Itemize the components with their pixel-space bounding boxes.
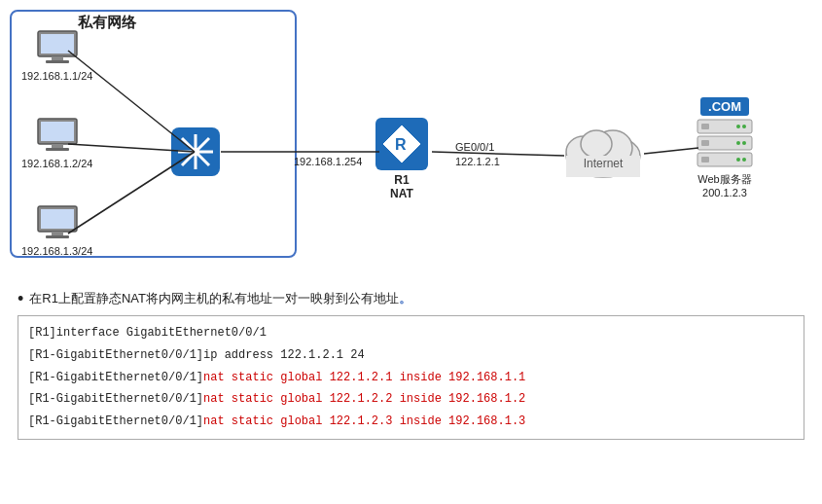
svg-point-34 <box>742 141 746 145</box>
svg-rect-7 <box>46 148 69 151</box>
router-interface-label: GE0/0/1 <box>455 141 494 153</box>
code-line-2: [R1-GigabitEthernet0/0/1]ip address 122.… <box>28 344 794 367</box>
switch-icon <box>170 126 221 177</box>
svg-rect-2 <box>52 56 63 60</box>
server-svg <box>696 118 754 171</box>
router-ip-left: 192.168.1.254 <box>294 156 362 167</box>
svg-point-38 <box>742 158 746 162</box>
internet-cloud: Internet <box>559 117 647 180</box>
switch-svg <box>170 126 221 177</box>
svg-rect-28 <box>701 124 709 129</box>
code-line-4: [R1-GigabitEthernet0/0/1]nat static glob… <box>28 388 794 411</box>
code-line-5: [R1-GigabitEthernet0/0/1]nat static glob… <box>28 411 794 433</box>
bullet-text: • 在R1上配置静态NAT将内网主机的私有地址一对一映射到公有地址。 <box>18 290 804 307</box>
pc2-svg <box>34 117 81 156</box>
svg-rect-32 <box>701 140 709 146</box>
network-diagram: 私有网络 192.168.1.1/24 192.168.1.2/24 192.1… <box>0 0 822 282</box>
svg-rect-3 <box>46 60 69 63</box>
svg-rect-1 <box>41 34 74 54</box>
pc2-icon: 192.168.1.2/24 <box>21 117 92 169</box>
svg-point-17 <box>192 148 199 156</box>
pc3-label: 192.168.1.3/24 <box>21 245 92 257</box>
webserver-icon: .COM Web服务器 200.1.2.3 <box>696 97 754 198</box>
code-line-1: [R1]interface GigabitEthernet0/0/1 <box>28 322 794 344</box>
webserver-ip: 200.1.2.3 <box>702 187 747 198</box>
code-line-3: [R1-GigabitEthernet0/0/1]nat static glob… <box>28 367 794 389</box>
svg-rect-9 <box>41 209 74 229</box>
svg-rect-6 <box>52 144 63 148</box>
svg-point-24 <box>581 130 612 158</box>
webserver-label: Web服务器 <box>697 172 751 187</box>
com-badge: .COM <box>700 97 749 116</box>
pc3-icon: 192.168.1.3/24 <box>21 204 92 257</box>
router-ip-right: 122.1.2.1 <box>455 156 500 167</box>
svg-text:R: R <box>395 136 407 153</box>
svg-rect-11 <box>46 235 69 238</box>
bottom-area: • 在R1上配置静态NAT将内网主机的私有地址一对一映射到公有地址。 [R1]i… <box>0 282 822 440</box>
cloud-svg: Internet <box>559 117 647 180</box>
code-box: [R1]interface GigabitEthernet0/0/1 [R1-G… <box>18 315 804 440</box>
svg-point-30 <box>742 125 746 128</box>
svg-text:Internet: Internet <box>584 157 624 170</box>
pc1-label: 192.168.1.1/24 <box>21 70 92 82</box>
pc1-icon: 192.168.1.1/24 <box>21 29 92 82</box>
svg-point-33 <box>736 141 740 145</box>
pc3-svg <box>34 204 81 243</box>
svg-rect-10 <box>52 232 63 235</box>
svg-point-29 <box>736 125 740 128</box>
description-text: 在R1上配置静态NAT将内网主机的私有地址一对一映射到公有地址。 <box>29 290 411 307</box>
svg-rect-36 <box>701 157 709 162</box>
svg-point-37 <box>736 158 740 162</box>
svg-rect-5 <box>41 122 74 141</box>
pc2-label: 192.168.1.2/24 <box>21 158 92 169</box>
router-icon: R R1 NAT <box>375 117 429 200</box>
router-svg: R <box>375 117 429 171</box>
pc1-svg <box>34 29 81 68</box>
svg-line-44 <box>644 148 698 154</box>
bullet-dot: • <box>18 290 23 307</box>
router-label: R1 NAT <box>390 173 413 200</box>
